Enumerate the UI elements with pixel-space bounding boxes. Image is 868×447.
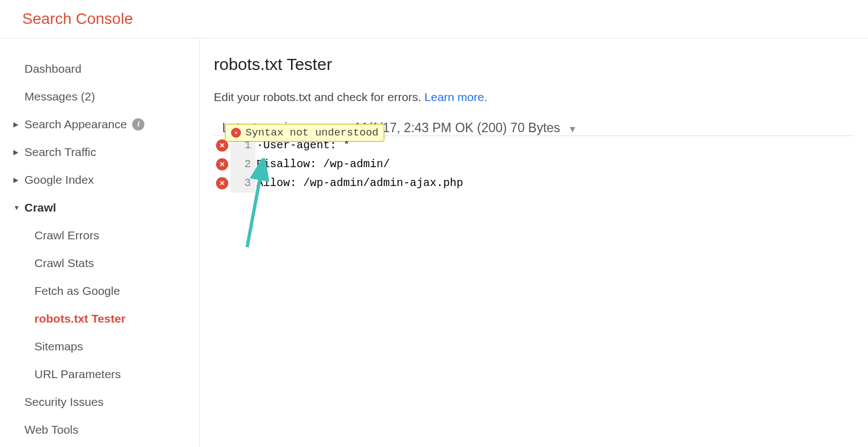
sidebar-item-search-traffic[interactable]: ▶ Search Traffic — [0, 138, 199, 166]
sidebar-item-label: Search Traffic — [24, 145, 96, 159]
sidebar-item-crawl-stats[interactable]: Crawl Stats — [0, 249, 199, 277]
line-number-gutter: 1 2 3 — [230, 136, 255, 193]
error-icon — [231, 128, 241, 138]
sidebar-item-dashboard[interactable]: Dashboard — [0, 55, 199, 83]
sidebar-item-fetch-as-google[interactable]: Fetch as Google — [0, 277, 199, 305]
error-tooltip: Syntax not understood — [225, 124, 384, 142]
chevron-right-icon: ▶ — [13, 148, 18, 156]
tooltip-text: Syntax not understood — [245, 127, 378, 139]
line-number: 2 — [230, 155, 251, 174]
code-editor[interactable]: Syntax not understood 1 2 3 ·User-agent:… — [214, 135, 854, 193]
error-gutter — [214, 136, 230, 193]
sidebar-item-label: Search Appearance — [24, 118, 127, 131]
sidebar-item-crawl-errors[interactable]: Crawl Errors — [0, 222, 199, 249]
page-subtitle: Edit your robots.txt and check for error… — [214, 91, 854, 104]
error-icon[interactable] — [216, 158, 228, 170]
page-title: robots.txt Tester — [214, 55, 854, 74]
sidebar-item-robots-tester[interactable]: robots.txt Tester — [0, 305, 199, 333]
chevron-right-icon: ▶ — [13, 120, 18, 128]
subtitle-text: Edit your robots.txt and check for error… — [214, 91, 424, 103]
chevron-down-icon: ▼ — [13, 204, 20, 212]
sidebar-item-web-tools[interactable]: Web Tools — [0, 416, 199, 444]
sidebar-item-label: Crawl — [24, 201, 56, 214]
code-line: Disallow: /wp-admin/ — [255, 155, 854, 174]
app-title: Search Console — [22, 10, 846, 28]
chevron-down-icon: ▼ — [568, 124, 577, 134]
sidebar-item-google-index[interactable]: ▶ Google Index — [0, 166, 199, 194]
sidebar-item-sitemaps[interactable]: Sitemaps — [0, 333, 199, 360]
main-content: robots.txt Tester Edit your robots.txt a… — [200, 38, 868, 447]
error-icon[interactable] — [216, 177, 228, 189]
sidebar-item-security-issues[interactable]: Security Issues — [0, 388, 199, 416]
info-icon[interactable]: i — [132, 118, 144, 130]
sidebar-item-messages[interactable]: Messages (2) — [0, 83, 199, 111]
line-number: 3 — [230, 174, 251, 193]
learn-more-link[interactable]: Learn more. — [424, 91, 487, 103]
sidebar: Dashboard Messages (2) ▶ Search Appearan… — [0, 38, 200, 447]
app-header: Search Console — [0, 0, 868, 38]
sidebar-item-url-parameters[interactable]: URL Parameters — [0, 360, 199, 388]
sidebar-item-search-appearance[interactable]: ▶ Search Appearance i — [0, 111, 199, 138]
chevron-right-icon: ▶ — [13, 176, 18, 184]
sidebar-item-crawl[interactable]: ▼ Crawl — [0, 194, 199, 222]
code-content[interactable]: ·User-agent: * Disallow: /wp-admin/ Allo… — [255, 136, 854, 193]
code-line: Allow: /wp-admin/admin-ajax.php — [255, 174, 854, 193]
sidebar-item-label: Google Index — [24, 173, 94, 187]
